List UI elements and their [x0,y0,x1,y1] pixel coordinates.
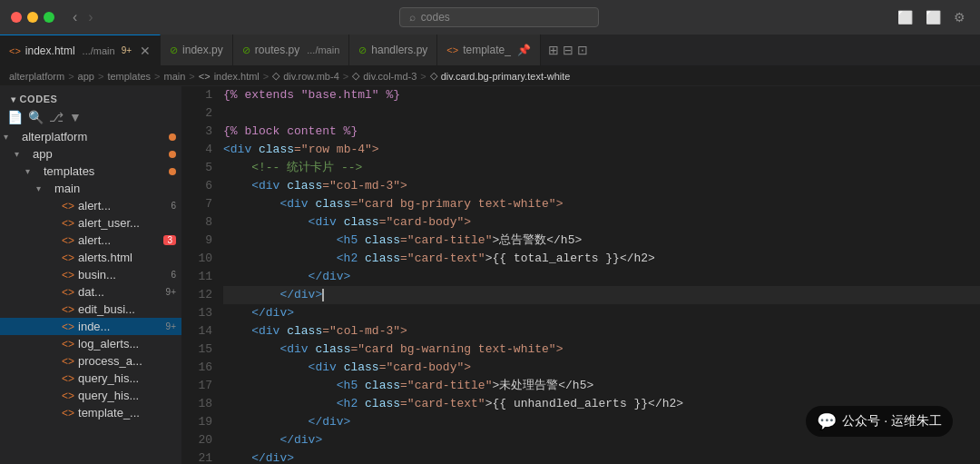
minimize-button[interactable] [27,12,38,23]
tab-index-html[interactable]: <> index.html .../main 9+ ✕ [0,35,161,65]
tab-routes-py[interactable]: ⊘ routes.py .../main [233,35,349,65]
tree-item-main[interactable]: ▾main [0,180,181,197]
tree-item-template----[interactable]: <>template_... [0,404,181,421]
code-line: <h5 class="card-title">总告警数</h5> [223,232,980,250]
file-icon: <> [62,338,74,350]
token-attr: class [365,252,400,265]
code-line: <div class="col-md-3"> [223,177,980,195]
tree-item-label: edit_busi... [78,302,135,316]
code-line: </div> [223,304,980,322]
token-tag: <h5 [223,379,365,392]
tab-label: index.html [25,44,75,57]
search-sidebar-button[interactable]: 🔍 [28,110,44,124]
tab-close-button[interactable]: ✕ [140,44,151,58]
layout-button-1[interactable]: ⬜ [894,8,916,26]
tree-item-alterplatform[interactable]: ▾alterplatform [0,128,181,145]
tab-pin-icon: 📌 [517,44,531,56]
breadcrumb-part[interactable]: index.html [214,71,260,82]
token-tag: <div [223,324,287,338]
line-number: 21 [181,449,212,464]
tree-item-label: alert... [78,199,111,212]
tab-template[interactable]: <> template_ 📌 [437,35,541,65]
tree-item-alert---[interactable]: <>alert...6 [0,197,181,214]
modified-dot [169,168,176,175]
forward-button[interactable]: › [84,7,96,27]
tree-item-templates[interactable]: ▾templates [0,163,181,180]
tree-item-label: alert_user... [78,216,140,230]
sidebar-chevron: ▾ [11,94,16,104]
search-box[interactable]: ⌕ codes [399,7,599,27]
tab-bar: <> index.html .../main 9+ ✕ ⊘ index.py ⊘… [0,35,980,66]
tree-item-label: alert... [78,233,111,247]
back-button[interactable]: ‹ [69,7,81,27]
tree-item-query-his---[interactable]: <>query_his... [0,387,181,404]
tree-item-label: query_his... [78,371,139,385]
token-tag: <div [223,143,259,156]
tree-item-alerts-html[interactable]: <>alerts.html [0,249,181,266]
line-number: 16 [181,359,212,377]
breadcrumb-part[interactable]: templates [107,71,151,82]
breadcrumb-part[interactable]: alterplatform [9,71,64,82]
tab-index-py[interactable]: ⊘ index.py [161,35,233,65]
py-file-icon: ⊘ [358,44,367,56]
token-text: >{{ unhandled_alerts }}</h2> [485,397,683,410]
tree-item-busin---[interactable]: <>busin...6 [0,266,181,283]
settings-button[interactable]: ⚙ [950,8,969,26]
badge: 3 [163,235,176,245]
tree-item-inde---[interactable]: <>inde...9+ [0,318,181,335]
wechat-icon: 💬 [817,411,837,431]
tree-item-label: app [33,147,53,161]
code-line: <div class="col-md-3"> [223,322,980,341]
source-control-button[interactable]: ⎇ [49,110,64,124]
file-icon: <> [62,303,74,316]
tree-item-app[interactable]: ▾app [0,145,181,163]
new-file-button[interactable]: 📄 [7,110,23,124]
navigation-buttons: ‹ › [69,7,97,27]
tree-item-label: inde... [78,320,110,333]
line-number: 10 [181,250,212,268]
py-file-icon: ⊘ [242,44,250,56]
tab-handlers-py[interactable]: ⊘ handlers.py [349,35,437,65]
tab-badge: 9+ [122,45,132,55]
breadcrumb-sep: > [263,71,269,82]
token-string: ="card-title" [400,233,492,247]
breadcrumb-part[interactable]: div.col-md-3 [363,71,416,82]
tree-item-alert---[interactable]: <>alert...3 [0,232,181,249]
token-tag: </div> [223,451,294,464]
badge: 6 [171,201,176,211]
token-tag: </div> [223,433,322,447]
close-button[interactable] [11,12,22,23]
breadcrumb-part[interactable]: div.row.mb-4 [283,71,339,82]
token-string: ="card bg-primary text-white"> [350,197,563,211]
tree-item-dat---[interactable]: <>dat...9+ [0,283,181,301]
tab-more-button[interactable]: ⊞ ⊟ ⊡ [541,35,595,65]
collapse-button[interactable]: ▼ [69,110,82,124]
token-tag: </div> [223,288,322,301]
tree-item-query-his---[interactable]: <>query_his... [0,370,181,387]
badge: 9+ [166,287,176,297]
chevron-icon: ▾ [4,132,15,142]
tree-item-log-alerts---[interactable]: <>log_alerts... [0,335,181,352]
breadcrumb-icon: ◇ [430,70,437,82]
breadcrumb-part[interactable]: app [78,71,94,82]
chevron-icon: ▾ [15,149,25,159]
layout-button-2[interactable]: ⬜ [922,8,945,26]
breadcrumb-sep: > [68,71,74,82]
maximize-button[interactable] [44,12,54,23]
breadcrumb-icon: <> [199,71,211,82]
sidebar: ▾ CODES 📄 🔍 ⎇ ▼ ▾alterplatform▾app▾templ… [0,86,181,464]
tree-item-label: process_a... [78,354,142,368]
breadcrumb-sep: > [420,71,426,82]
tree-item-label: alterplatform [22,130,87,143]
code-line: <div class="card-body"> [223,213,980,232]
breadcrumb-part[interactable]: main [164,71,186,82]
tree-item-label: main [54,182,80,195]
breadcrumb-part-active[interactable]: div.card.bg-primary.text-white [441,71,571,82]
token-attr: class [315,197,350,211]
tree-item-edit-busi---[interactable]: <>edit_busi... [0,301,181,318]
line-number: 6 [181,177,212,195]
tree-item-alert-user---[interactable]: <>alert_user... [0,214,181,232]
tree-item-process-a---[interactable]: <>process_a... [0,352,181,370]
code-line: <h2 class="card-text">{{ total_alerts }}… [223,250,980,268]
line-number: 14 [181,322,212,341]
